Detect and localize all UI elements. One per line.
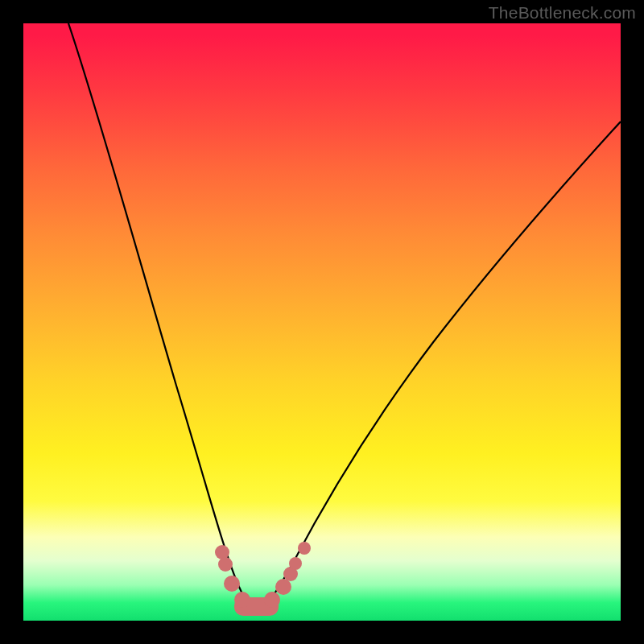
marker-dot	[224, 576, 240, 592]
left-curve	[68, 23, 255, 614]
marker-dot	[264, 592, 280, 608]
watermark-text: TheBottleneck.com	[489, 3, 636, 23]
right-curve	[255, 122, 621, 614]
marker-dot	[298, 542, 311, 555]
chart-frame: TheBottleneck.com	[0, 0, 644, 644]
curves-svg	[23, 23, 621, 621]
marker-dot	[275, 579, 291, 595]
marker-dot	[218, 557, 233, 572]
marker-dot	[234, 592, 250, 608]
marker-dot	[289, 557, 302, 570]
plot-area	[23, 23, 621, 621]
